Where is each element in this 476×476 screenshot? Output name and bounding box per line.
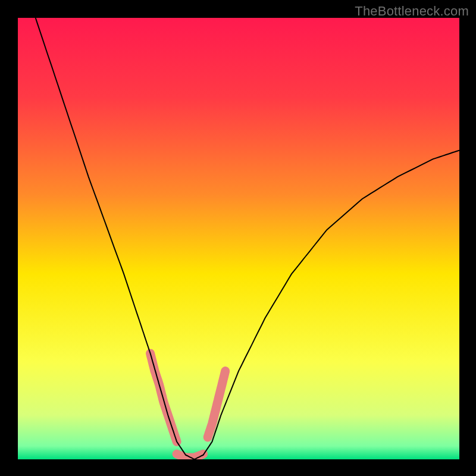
bottleneck-curve-chart [0, 0, 476, 476]
plot-background-gradient [18, 18, 459, 459]
watermark-text: TheBottleneck.com [355, 4, 469, 19]
chart-container: { "watermark": "TheBottleneck.com", "cha… [0, 0, 476, 476]
